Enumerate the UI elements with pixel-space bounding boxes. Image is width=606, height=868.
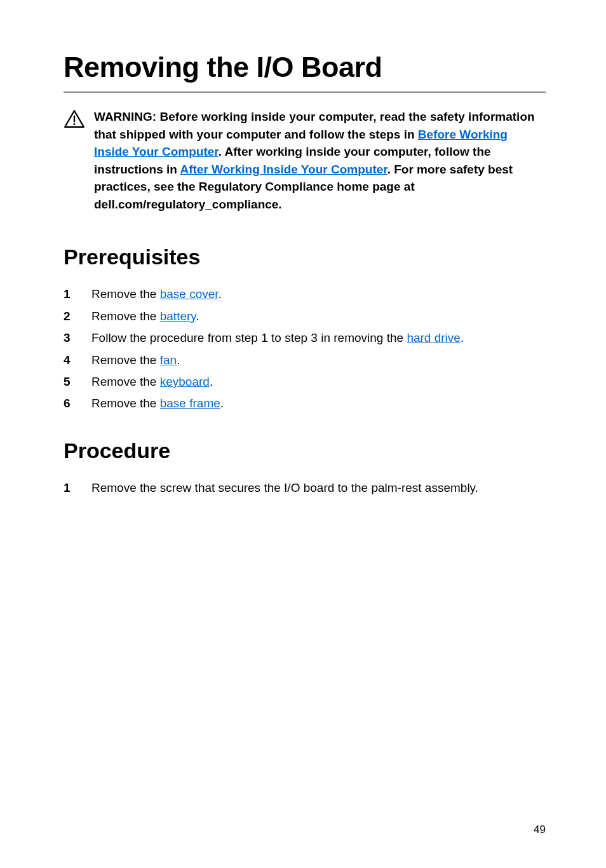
svg-point-1: [74, 123, 76, 125]
warning-text: WARNING: Before working inside your comp…: [94, 108, 539, 213]
link-battery[interactable]: battery: [160, 309, 196, 323]
list-item: Remove the screw that secures the I/O bo…: [64, 478, 546, 497]
page-title: Removing the I/O Board: [64, 51, 546, 93]
page-content: Removing the I/O Board WARNING: Before w…: [0, 0, 606, 497]
prerequisites-list: Remove the base cover. Remove the batter…: [64, 285, 546, 413]
link-fan[interactable]: fan: [160, 353, 177, 367]
list-item: Remove the base frame.: [64, 394, 546, 412]
link-base-frame[interactable]: base frame: [160, 397, 220, 410]
warning-icon: [64, 108, 85, 131]
list-item: Remove the fan.: [64, 351, 546, 369]
page-number: 49: [534, 824, 546, 836]
list-item: Remove the base cover.: [64, 285, 546, 303]
link-keyboard[interactable]: keyboard: [160, 375, 210, 388]
link-hard-drive[interactable]: hard drive: [407, 331, 461, 344]
list-item: Remove the keyboard.: [64, 372, 546, 391]
procedure-list: Remove the screw that secures the I/O bo…: [64, 478, 546, 497]
prerequisites-heading: Prerequisites: [64, 245, 546, 269]
list-item: Remove the battery.: [64, 307, 546, 325]
list-item: Follow the procedure from step 1 to step…: [64, 329, 546, 347]
link-base-cover[interactable]: base cover: [160, 287, 219, 301]
link-after-working[interactable]: After Working Inside Your Computer: [180, 163, 387, 176]
procedure-heading: Procedure: [64, 438, 546, 463]
warning-block: WARNING: Before working inside your comp…: [64, 108, 546, 213]
